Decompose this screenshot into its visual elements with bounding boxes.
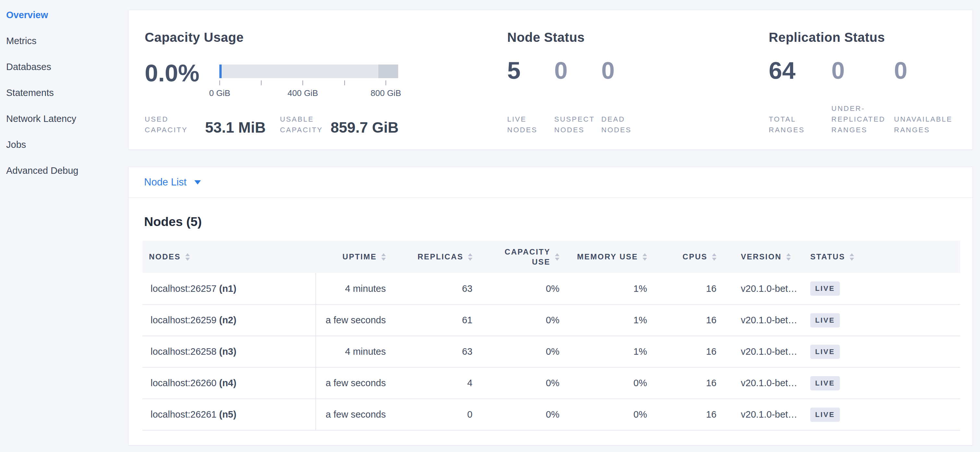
version-cell: v20.1.0-bet… bbox=[723, 305, 802, 336]
usable-capacity-value: 859.7 GiB bbox=[331, 120, 399, 135]
axis-tick bbox=[385, 81, 386, 85]
node-address-cell: localhost:26261 (n5) bbox=[142, 399, 316, 430]
node-row[interactable]: localhost:26260 (n4) a few seconds 4 0% … bbox=[142, 367, 960, 399]
cpus-cell: 16 bbox=[654, 273, 723, 305]
nodes-table-header-row: NODES UPTIME REPLICAS CAPACITY USE MEMOR… bbox=[142, 241, 960, 273]
status-cell: LIVE bbox=[802, 305, 960, 336]
uptime-cell: 4 minutes bbox=[316, 336, 392, 367]
status-cell: LIVE bbox=[802, 367, 960, 399]
capacity-use-cell: 0% bbox=[479, 305, 566, 336]
column-header-capacity-use[interactable]: CAPACITY USE bbox=[479, 241, 566, 273]
cpus-cell: 16 bbox=[654, 336, 723, 367]
node-row[interactable]: localhost:26261 (n5) a few seconds 0 0% … bbox=[142, 399, 960, 430]
sidebar-item-label: Statements bbox=[6, 87, 54, 98]
node-status-labels: LIVE NODES SUSPECT NODES DEAD NODES bbox=[507, 114, 648, 135]
sidebar-item-statements[interactable]: Statements bbox=[0, 80, 128, 106]
replication-status-title: Replication Status bbox=[769, 30, 885, 45]
memory-use-cell: 1% bbox=[566, 336, 654, 367]
sidebar-item-label: Advanced Debug bbox=[6, 165, 78, 176]
node-row[interactable]: localhost:26257 (n1) 4 minutes 63 0% 1% … bbox=[142, 273, 960, 305]
dead-nodes-label: DEAD NODES bbox=[601, 114, 640, 135]
memory-use-cell: 1% bbox=[566, 273, 654, 305]
axis-label: 0 GiB bbox=[209, 88, 230, 98]
replication-status-section: Replication Status 64 0 0 TOTAL RANGES U… bbox=[769, 10, 970, 149]
column-header-version[interactable]: VERSION bbox=[723, 241, 802, 273]
sidebar-item-network-latency[interactable]: Network Latency bbox=[0, 106, 128, 132]
capacity-axis-ticks bbox=[220, 81, 386, 86]
replicas-cell: 4 bbox=[392, 367, 479, 399]
column-header-cpus[interactable]: CPUS bbox=[654, 241, 723, 273]
node-address-cell: localhost:26260 (n4) bbox=[142, 367, 316, 399]
sort-arrows-icon bbox=[850, 253, 854, 261]
status-badge: LIVE bbox=[810, 408, 840, 422]
total-ranges-label: TOTAL RANGES bbox=[769, 114, 808, 135]
sort-arrows-icon bbox=[786, 253, 791, 261]
uptime-cell: a few seconds bbox=[316, 305, 392, 336]
status-cell: LIVE bbox=[802, 336, 960, 367]
capacity-use-cell: 0% bbox=[479, 273, 566, 305]
live-nodes-value: 5 bbox=[507, 57, 520, 84]
replication-labels: TOTAL RANGES UNDER-REPLICATED RANGES UNA… bbox=[769, 103, 957, 135]
usable-capacity-label: USABLE CAPACITY bbox=[280, 114, 329, 135]
sidebar-item-label: Jobs bbox=[6, 140, 26, 150]
capacity-use-cell: 0% bbox=[479, 399, 566, 430]
capacity-bar: 0 GiB 400 GiB 800 GiB bbox=[220, 65, 398, 98]
version-cell: v20.1.0-bet… bbox=[723, 399, 802, 430]
total-ranges-value: 64 bbox=[769, 57, 795, 84]
sort-arrows-icon bbox=[555, 253, 560, 261]
caret-down-icon bbox=[194, 180, 201, 184]
replicas-cell: 63 bbox=[392, 273, 479, 305]
sort-arrows-icon bbox=[712, 253, 716, 261]
dead-nodes-value: 0 bbox=[601, 57, 615, 84]
capacity-usage-title: Capacity Usage bbox=[145, 30, 244, 45]
node-row[interactable]: localhost:26258 (n3) 4 minutes 63 0% 1% … bbox=[142, 336, 960, 367]
node-list-card: Node List Nodes (5) NODES UPTIME REPLICA… bbox=[128, 167, 973, 446]
under-replicated-ranges-value: 0 bbox=[831, 57, 845, 84]
cpus-cell: 16 bbox=[654, 399, 723, 430]
node-address-cell: localhost:26258 (n3) bbox=[142, 336, 316, 367]
sidebar-nav: Overview Metrics Databases Statements Ne… bbox=[0, 2, 128, 184]
column-header-nodes[interactable]: NODES bbox=[142, 241, 316, 273]
node-status-section: Node Status 5 0 0 LIVE NODES SUSPECT NOD… bbox=[507, 10, 754, 149]
status-cell: LIVE bbox=[802, 273, 960, 305]
live-nodes-label: LIVE NODES bbox=[507, 114, 546, 135]
sidebar-item-advanced-debug[interactable]: Advanced Debug bbox=[0, 158, 128, 184]
sidebar-item-databases[interactable]: Databases bbox=[0, 54, 128, 80]
sidebar-item-jobs[interactable]: Jobs bbox=[0, 132, 128, 158]
node-list-dropdown[interactable]: Node List bbox=[129, 167, 972, 198]
column-header-uptime[interactable]: UPTIME bbox=[316, 241, 392, 273]
memory-use-cell: 0% bbox=[566, 367, 654, 399]
under-replicated-ranges-label: UNDER-REPLICATED RANGES bbox=[831, 103, 888, 135]
replicas-cell: 63 bbox=[392, 336, 479, 367]
uptime-cell: a few seconds bbox=[316, 367, 392, 399]
sidebar-item-overview[interactable]: Overview bbox=[0, 2, 128, 28]
sidebar-item-metrics[interactable]: Metrics bbox=[0, 28, 128, 54]
sidebar-item-label: Overview bbox=[6, 10, 48, 21]
capacity-usage-section: Capacity Usage 0.0% 0 GiB 400 GiB 8 bbox=[145, 10, 505, 149]
status-badge: LIVE bbox=[810, 313, 840, 327]
replicas-cell: 0 bbox=[392, 399, 479, 430]
replication-values: 64 0 0 bbox=[769, 59, 957, 83]
axis-tick bbox=[302, 81, 303, 85]
column-header-memory-use[interactable]: MEMORY USE bbox=[566, 241, 654, 273]
uptime-cell: a few seconds bbox=[316, 399, 392, 430]
column-header-status[interactable]: STATUS bbox=[802, 241, 960, 273]
suspect-nodes-value: 0 bbox=[554, 57, 568, 84]
sort-arrows-icon bbox=[643, 253, 647, 261]
column-header-replicas[interactable]: REPLICAS bbox=[392, 241, 479, 273]
suspect-nodes-label: SUSPECT NODES bbox=[554, 114, 593, 135]
node-list-dropdown-label: Node List bbox=[144, 176, 186, 188]
version-cell: v20.1.0-bet… bbox=[723, 367, 802, 399]
axis-label: 400 GiB bbox=[288, 88, 318, 98]
node-row[interactable]: localhost:26259 (n2) a few seconds 61 0%… bbox=[142, 305, 960, 336]
memory-use-cell: 0% bbox=[566, 399, 654, 430]
version-cell: v20.1.0-bet… bbox=[723, 273, 802, 305]
sidebar-item-label: Metrics bbox=[6, 36, 37, 46]
nodes-count-heading: Nodes (5) bbox=[144, 215, 972, 229]
cpus-cell: 16 bbox=[654, 367, 723, 399]
sidebar-item-label: Network Latency bbox=[6, 114, 76, 124]
unavailable-ranges-label: UNAVAILABLE RANGES bbox=[894, 114, 957, 135]
replicas-cell: 61 bbox=[392, 305, 479, 336]
sort-arrows-icon bbox=[381, 253, 386, 261]
used-capacity-label: USED CAPACITY bbox=[145, 114, 203, 135]
